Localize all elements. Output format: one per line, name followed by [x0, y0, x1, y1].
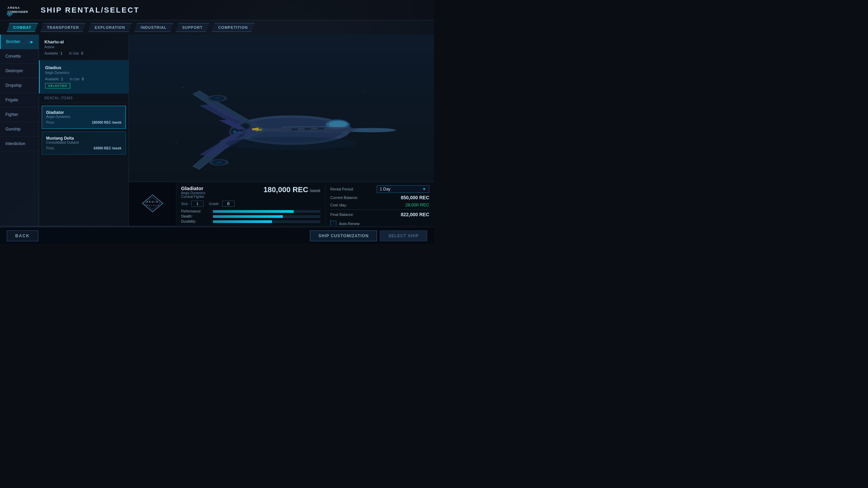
- tab-bar: Combat Transporter Exploration Industria…: [0, 20, 434, 35]
- svg-text:DYNAMICS: DYNAMICS: [145, 204, 159, 206]
- category-item-interdiction[interactable]: Interdiction: [0, 137, 39, 151]
- stat-performance-label: Performance:: [181, 209, 212, 213]
- ship-entry-khartu-al[interactable]: Khartu-al Aopoa Available 1 In Use 0: [39, 35, 129, 60]
- category-item-bomber[interactable]: Bomber ▶: [0, 35, 39, 49]
- auto-renew-label: Auto-Renew: [339, 222, 360, 226]
- svg-rect-30: [304, 128, 311, 130]
- stat-durability-bar: [213, 220, 272, 223]
- rental-period-dropdown[interactable]: 1 Day ▼: [377, 185, 429, 193]
- balance-label: Current Balance:: [330, 196, 358, 200]
- ship-size: 1: [191, 201, 203, 207]
- category-item-corvette[interactable]: Corvette: [0, 49, 39, 64]
- cost-value: 28,000 REC: [405, 202, 429, 207]
- ship-manufacturer: Aegis Dynamics: [181, 191, 205, 195]
- rental-period-value: 1 Day: [380, 187, 390, 191]
- svg-point-4: [182, 87, 183, 88]
- svg-point-5: [215, 84, 216, 85]
- bottom-info-bar: AEGIS DYNAMICS Gladiator Aegis Dynamics …: [129, 182, 434, 226]
- category-item-dropship[interactable]: Dropship: [0, 78, 39, 93]
- svg-point-17: [215, 161, 223, 164]
- ship-details-section: Gladiator Aegis Dynamics Combat Fighter …: [176, 182, 326, 226]
- rental-panel: Rental Period: 1 Day ▼ Current Balance: …: [326, 182, 434, 226]
- auto-renew-checkbox[interactable]: [330, 221, 336, 226]
- page-title: SHIP RENTAL/SELECT: [41, 6, 140, 15]
- cost-label: Cost /day:: [330, 203, 347, 207]
- size-label: Size:: [181, 202, 189, 206]
- svg-text:ARENA: ARENA: [7, 6, 20, 9]
- stat-performance-bar-bg: [213, 210, 320, 213]
- aegis-logo: AEGIS DYNAMICS: [139, 193, 166, 215]
- ship-name: Gladiator: [181, 185, 205, 191]
- selected-badge: SELECTED: [45, 83, 70, 88]
- tab-combat[interactable]: Combat: [7, 23, 38, 32]
- ship-price-unit: /week: [310, 188, 320, 193]
- svg-marker-3: [8, 14, 11, 15]
- stat-durability-label: Durability:: [181, 220, 212, 223]
- svg-point-9: [205, 169, 206, 170]
- chevron-right-icon: ▶: [31, 40, 33, 44]
- balance-value: 850,000 REC: [401, 195, 429, 200]
- ship-entry-gladius[interactable]: Gladius Aegis Dynamics Available 1 In Us…: [39, 60, 129, 94]
- rental-item-gladiator[interactable]: Gladiator Aegis Dynamics Price: 180000 R…: [42, 106, 126, 129]
- grade-label: Grade:: [209, 202, 219, 206]
- game-logo: ARENA COMMANDER: [7, 3, 34, 17]
- rental-item-mustang-delta[interactable]: Mustang Delta Consolidated Outland Price…: [42, 131, 126, 155]
- tab-competition[interactable]: Competition: [212, 23, 254, 32]
- stat-stealth-label: Stealth:: [181, 215, 212, 218]
- stat-stealth-bar: [213, 215, 283, 218]
- select-ship-button[interactable]: SELECT SHIP: [380, 230, 427, 241]
- rental-period-label: Rental Period:: [330, 187, 354, 191]
- tab-support[interactable]: Support: [176, 23, 209, 32]
- tab-industrial[interactable]: Industrial: [134, 23, 173, 32]
- ship-price: 180,000 REC: [263, 185, 308, 194]
- category-panel: Bomber ▶ Corvette Destroyer Dropship Fri…: [0, 35, 39, 226]
- tab-exploration[interactable]: Exploration: [88, 23, 132, 32]
- svg-point-7: [390, 110, 390, 111]
- svg-text:AEGIS: AEGIS: [146, 201, 159, 203]
- category-item-fighter[interactable]: Fighter: [0, 107, 39, 122]
- divider: [330, 209, 429, 210]
- ship-illustration: [166, 78, 397, 183]
- svg-point-6: [363, 90, 364, 91]
- ship-grade: B: [222, 201, 235, 207]
- category-item-gunship[interactable]: Gunship: [0, 122, 39, 137]
- stat-durability-bar-bg: [213, 220, 320, 223]
- header: ARENA COMMANDER SHIP RENTAL/SELECT: [0, 0, 434, 20]
- svg-point-20: [213, 97, 221, 100]
- category-item-frigate[interactable]: Frigate: [0, 93, 39, 107]
- manufacturer-logo-area: AEGIS DYNAMICS: [129, 182, 176, 226]
- dropdown-arrow-icon: ▼: [422, 187, 426, 191]
- stat-stealth-bar-bg: [213, 215, 320, 218]
- svg-rect-29: [291, 128, 298, 130]
- svg-point-14: [329, 121, 347, 127]
- final-balance-value: 822,000 REC: [401, 212, 429, 217]
- back-button[interactable]: BACK: [7, 230, 38, 241]
- svg-point-32: [225, 137, 357, 150]
- ship-preview-panel: AEGIS DYNAMICS Gladiator Aegis Dynamics …: [129, 35, 434, 226]
- svg-rect-31: [318, 127, 324, 129]
- ship-list-panel: Khartu-al Aopoa Available 1 In Use 0 Gla…: [39, 35, 129, 226]
- svg-text:COMMANDER: COMMANDER: [7, 10, 28, 14]
- bottom-right-buttons: SHIP CUSTOMIZATION SELECT SHIP: [310, 230, 427, 241]
- ship-type: Combat Fighter: [181, 195, 205, 199]
- category-item-destroyer[interactable]: Destroyer: [0, 64, 39, 78]
- ship-customization-button[interactable]: SHIP CUSTOMIZATION: [310, 230, 377, 241]
- tab-transporter[interactable]: Transporter: [40, 23, 85, 32]
- bottom-bar: BACK SHIP CUSTOMIZATION SELECT SHIP: [0, 227, 434, 244]
- rental-items-header: Rental Items: [39, 94, 129, 103]
- main-layout: Bomber ▶ Corvette Destroyer Dropship Fri…: [0, 35, 434, 226]
- final-balance-label: Final Balance:: [330, 212, 354, 217]
- stat-performance-bar: [213, 210, 294, 213]
- svg-point-8: [176, 143, 177, 144]
